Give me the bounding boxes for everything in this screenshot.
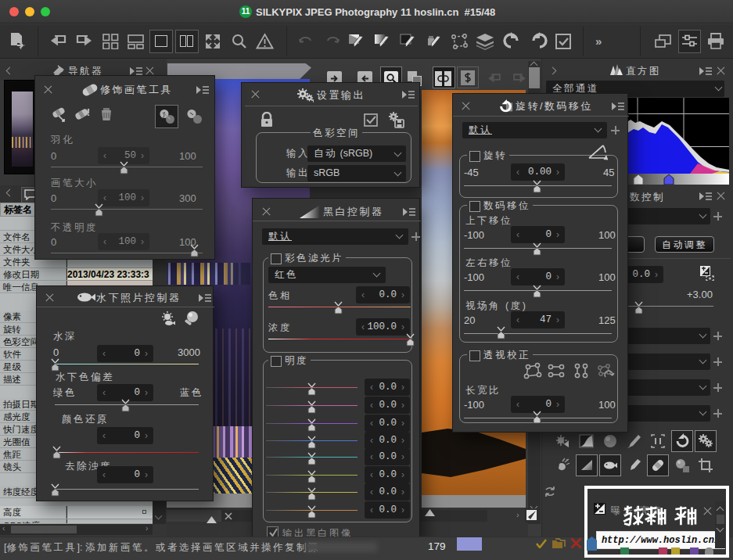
- svg-text:!: !: [87, 107, 90, 118]
